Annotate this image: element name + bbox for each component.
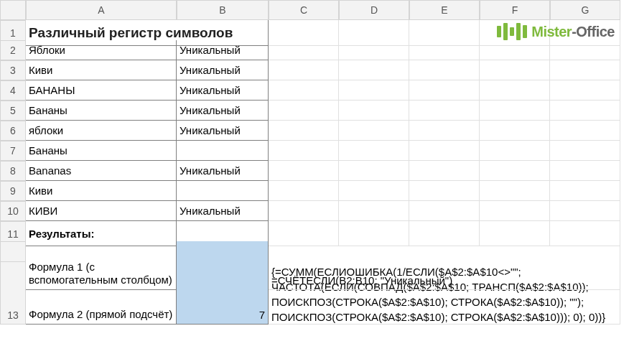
col-header-A[interactable]: A	[26, 0, 177, 20]
logo-text: Mister-Office	[531, 24, 615, 40]
logo: Mister-Office	[497, 23, 615, 40]
cell-D5[interactable]	[339, 101, 409, 121]
cell-C7[interactable]	[269, 141, 339, 161]
row-header-6[interactable]: 6	[0, 121, 26, 141]
col-header-E[interactable]: E	[409, 0, 480, 20]
cell-E4[interactable]	[409, 80, 480, 101]
cell-G10[interactable]	[550, 201, 620, 221]
cell-C4[interactable]	[269, 80, 339, 101]
cell-A5[interactable]: Бананы	[26, 101, 177, 121]
cell-D3[interactable]	[339, 60, 409, 80]
cell-B3[interactable]: Уникальный	[177, 60, 269, 80]
cell-B13[interactable]: 7	[177, 261, 269, 325]
cell-A8[interactable]: Bananas	[26, 161, 177, 181]
row-header-7[interactable]: 7	[0, 141, 26, 161]
spreadsheet-grid[interactable]: A B C D E F G 1 Различный регистр символ…	[0, 0, 629, 281]
cell-C3[interactable]	[269, 60, 339, 80]
col-header-D[interactable]: D	[339, 0, 409, 20]
row-header-5[interactable]: 5	[0, 101, 26, 121]
cell-A3[interactable]: Киви	[26, 60, 177, 80]
cell-G9[interactable]	[550, 181, 620, 201]
cell-C10[interactable]	[269, 201, 339, 221]
cell-G2[interactable]	[550, 40, 620, 60]
row-header-4[interactable]: 4	[0, 80, 26, 101]
cell-G8[interactable]	[550, 161, 620, 181]
cell-E6[interactable]	[409, 121, 480, 141]
cell-B4[interactable]: Уникальный	[177, 80, 269, 101]
cell-F7[interactable]	[480, 141, 550, 161]
cell-E3[interactable]	[409, 60, 480, 80]
cell-B8[interactable]: Уникальный	[177, 161, 269, 181]
cell-E10[interactable]	[409, 201, 480, 221]
cell-F5[interactable]	[480, 101, 550, 121]
row-header-8[interactable]: 8	[0, 161, 26, 181]
cell-B9[interactable]	[177, 181, 269, 201]
row-header-3[interactable]: 3	[0, 60, 26, 80]
row-header-9[interactable]: 9	[0, 181, 26, 201]
cell-B10[interactable]: Уникальный	[177, 201, 269, 221]
col-header-B[interactable]: B	[177, 0, 269, 20]
cell-B7[interactable]	[177, 141, 269, 161]
cell-E9[interactable]	[409, 181, 480, 201]
cell-G4[interactable]	[550, 80, 620, 101]
cell-C5[interactable]	[269, 101, 339, 121]
cell-A7[interactable]: Бананы	[26, 141, 177, 161]
col-header-C[interactable]: C	[269, 0, 339, 20]
row-header-10[interactable]: 10	[0, 201, 26, 221]
cell-D8[interactable]	[339, 161, 409, 181]
cell-F6[interactable]	[480, 121, 550, 141]
row-header-2[interactable]: 2	[0, 40, 26, 60]
cell-F9[interactable]	[480, 181, 550, 201]
cell-B6[interactable]: Уникальный	[177, 121, 269, 141]
cell-C9[interactable]	[269, 181, 339, 201]
cell-F10[interactable]	[480, 201, 550, 221]
select-all-corner[interactable]	[0, 0, 26, 20]
logo-bars-icon	[497, 23, 527, 40]
cell-B5[interactable]: Уникальный	[177, 101, 269, 121]
cell-D6[interactable]	[339, 121, 409, 141]
cell-E2[interactable]	[409, 40, 480, 60]
col-header-F[interactable]: F	[480, 0, 550, 20]
cell-A6[interactable]: яблоки	[26, 121, 177, 141]
cell-A10[interactable]: КИВИ	[26, 201, 177, 221]
cell-C8[interactable]	[269, 161, 339, 181]
cell-G5[interactable]	[550, 101, 620, 121]
cell-F3[interactable]	[480, 60, 550, 80]
cell-C12[interactable]: =СЧЁТЕСЛИ(B2:B10; "Уникальный")	[269, 241, 620, 290]
col-header-G[interactable]: G	[550, 0, 620, 20]
cell-D2[interactable]	[339, 40, 409, 60]
cell-D10[interactable]	[339, 201, 409, 221]
row-header-13[interactable]: 13	[0, 261, 26, 325]
cell-E5[interactable]	[409, 101, 480, 121]
cell-D9[interactable]	[339, 181, 409, 201]
cell-A1[interactable]: Различный регистр символов	[26, 20, 269, 46]
cell-G7[interactable]	[550, 141, 620, 161]
cell-F2[interactable]	[480, 40, 550, 60]
cell-F8[interactable]	[480, 161, 550, 181]
cell-C6[interactable]	[269, 121, 339, 141]
cell-G3[interactable]	[550, 60, 620, 80]
cell-G6[interactable]	[550, 121, 620, 141]
cell-E8[interactable]	[409, 161, 480, 181]
cell-A9[interactable]: Киви	[26, 181, 177, 201]
cell-A4[interactable]: БАНАНЫ	[26, 80, 177, 101]
cell-F4[interactable]	[480, 80, 550, 101]
cell-E7[interactable]	[409, 141, 480, 161]
cell-C2[interactable]	[269, 40, 339, 60]
cell-A13[interactable]: Формула 2 (прямой подсчёт)	[26, 261, 177, 325]
cell-D7[interactable]	[339, 141, 409, 161]
cell-D4[interactable]	[339, 80, 409, 101]
